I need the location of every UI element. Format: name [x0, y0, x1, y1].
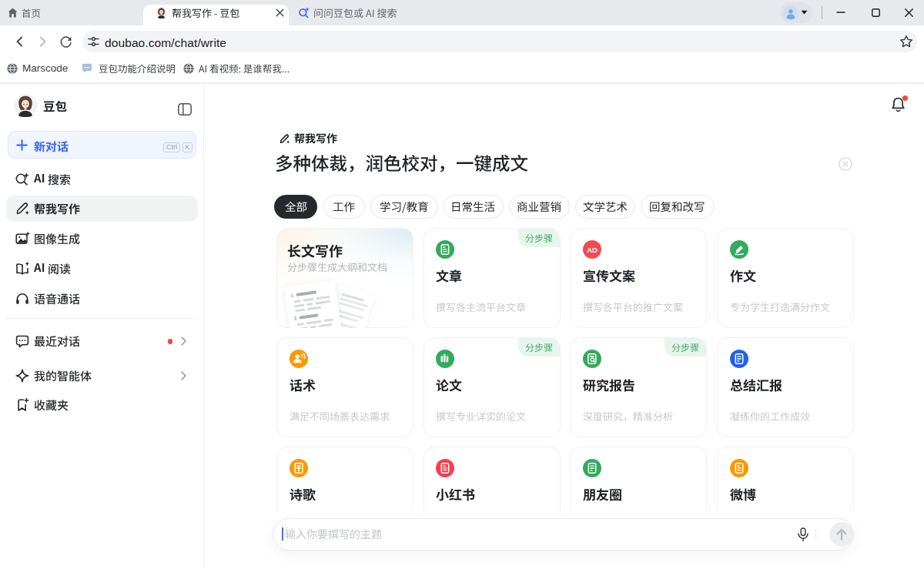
svg-text:AD: AD	[587, 246, 598, 254]
